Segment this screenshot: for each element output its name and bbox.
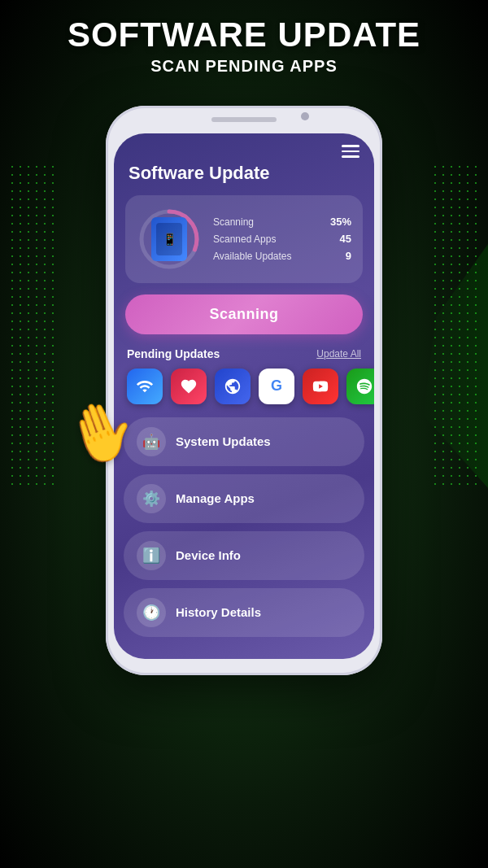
app-title: SOFTWARE UPDATE xyxy=(0,16,488,54)
phone-camera xyxy=(301,112,309,120)
available-updates-label: Available Updates xyxy=(213,251,292,262)
phone-screen: Software Update 📱 Scanning 35% xyxy=(114,133,374,659)
scan-phone-image: 📱 xyxy=(151,217,187,261)
scanned-apps-label: Scanned Apps xyxy=(213,233,276,245)
phone-notch xyxy=(211,117,277,122)
available-updates-row: Available Updates 9 xyxy=(213,247,351,264)
info-icon: ℹ️ xyxy=(142,547,160,565)
menu-item-history-details[interactable]: 🕐 History Details xyxy=(124,588,364,637)
pending-header: Pending Updates Update All xyxy=(114,347,374,369)
available-updates-value: 9 xyxy=(346,250,351,262)
screen-header xyxy=(114,133,374,163)
app-icon-google[interactable]: G xyxy=(259,369,294,404)
scan-phone-icon: 📱 xyxy=(163,233,176,246)
app-icon-globe[interactable] xyxy=(215,369,251,404)
scan-progress-circle: 📱 xyxy=(137,207,202,272)
menu-item-device-info[interactable]: ℹ️ Device Info xyxy=(124,531,364,580)
scan-phone-inner: 📱 xyxy=(156,223,182,255)
robot-icon: 🤖 xyxy=(142,433,160,451)
update-all-link[interactable]: Update All xyxy=(316,348,361,360)
device-info-label: Device Info xyxy=(176,548,241,562)
app-icon-heart[interactable] xyxy=(171,369,207,404)
screen-title: Software Update xyxy=(114,163,374,195)
app-icon-spotify[interactable] xyxy=(346,369,374,404)
menu-list: 🤖 System Updates ⚙️ Manage Apps ℹ️ Devic… xyxy=(114,417,374,637)
manage-apps-label: Manage Apps xyxy=(176,491,255,505)
gear-icon: ⚙️ xyxy=(142,490,160,508)
scanned-apps-value: 45 xyxy=(340,233,351,245)
hamburger-line-1 xyxy=(342,145,359,147)
menu-item-system-updates[interactable]: 🤖 System Updates xyxy=(124,417,364,466)
history-icon: 🕐 xyxy=(142,604,160,622)
scanning-label: Scanning xyxy=(213,216,254,228)
scan-button-wrap: Scanning xyxy=(125,294,363,334)
history-details-label: History Details xyxy=(176,605,261,619)
app-icon-youtube[interactable] xyxy=(303,369,338,404)
scan-stats: Scanning 35% Scanned Apps 45 Available U… xyxy=(213,213,351,264)
hamburger-line-2 xyxy=(342,150,359,153)
system-updates-label: System Updates xyxy=(176,434,271,448)
menu-item-manage-apps[interactable]: ⚙️ Manage Apps xyxy=(124,474,364,523)
hamburger-menu[interactable] xyxy=(342,145,359,158)
pending-title: Pending Updates xyxy=(127,347,220,360)
header-area: SOFTWARE UPDATE SCAN PENDING APPS xyxy=(0,16,488,76)
phone-frame: Software Update 📱 Scanning 35% xyxy=(106,106,382,675)
scanning-row: Scanning 35% xyxy=(213,213,351,230)
app-subtitle: SCAN PENDING APPS xyxy=(0,57,488,76)
device-info-icon-wrap: ℹ️ xyxy=(137,541,166,570)
history-icon-wrap: 🕐 xyxy=(137,598,166,627)
scanned-apps-row: Scanned Apps 45 xyxy=(213,230,351,247)
app-icons-row: G xyxy=(114,369,374,417)
hamburger-line-3 xyxy=(342,155,359,158)
scanning-value: 35% xyxy=(330,216,351,228)
manage-apps-icon-wrap: ⚙️ xyxy=(137,484,166,513)
bg-decoration-left xyxy=(8,163,57,488)
scan-button[interactable]: Scanning xyxy=(125,294,363,334)
scan-card: 📱 Scanning 35% Scanned Apps 45 Available… xyxy=(125,195,363,283)
app-icon-wifi[interactable] xyxy=(127,369,163,404)
